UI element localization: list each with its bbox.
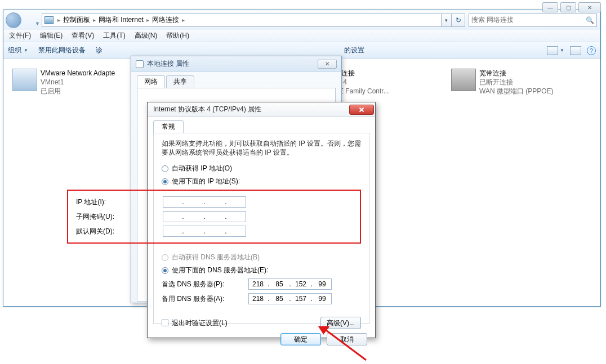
dns2-input[interactable]: 218. 85. 157. 99 [248, 293, 332, 304]
breadcrumb-seg-connections[interactable]: 网络连接 [151, 15, 180, 25]
chevron-down-icon: ▼ [24, 48, 28, 53]
dns2-field-label: 备用 DNS 服务器(A): [162, 294, 248, 304]
netitem-line3: BE Family Contr... [335, 87, 389, 96]
search-icon: 🔍 [586, 16, 594, 24]
ipv4-properties-dialog: Internet 协议版本 4 (TCP/IPv4) 属性 常规 如果网络支持此… [147, 102, 376, 338]
toolbar-organize[interactable]: 组织▼ [8, 46, 28, 55]
ip-field-label: IP 地址(I): [76, 197, 163, 207]
radio-manual-dns[interactable] [162, 267, 168, 274]
toolbar-settings-partial[interactable]: 的设置 [344, 46, 364, 55]
menu-edit[interactable]: 编辑(E) [40, 31, 63, 41]
search-placeholder: 搜索 网络连接 [471, 15, 514, 25]
netitem-line2: 络 4 [335, 78, 389, 87]
toolbar-disable-device[interactable]: 禁用此网络设备 [38, 46, 86, 55]
ipv4-description: 如果网络支持此功能，则可以获取自动指派的 IP 设置。否则，您需要从网络系统管理… [162, 139, 361, 157]
plug-icon [136, 60, 144, 68]
close-button[interactable]: ✕ [578, 2, 601, 12]
tab-general[interactable]: 常规 [153, 120, 184, 133]
dialog-titlebar[interactable]: 本地连接 属性 ✕ [131, 56, 341, 72]
breadcrumb-arrow-icon: ▸ [145, 17, 151, 23]
menubar: 文件(F) 编辑(E) 查看(V) 工具(T) 高级(N) 帮助(H) [3, 30, 600, 42]
control-panel-icon [44, 16, 54, 24]
maximize-button[interactable]: ▢ [560, 2, 576, 12]
dialog-panel: 如果网络支持此功能，则可以获取自动指派的 IP 设置。否则，您需要从网络系统管理… [153, 133, 369, 324]
mask-field-label: 子网掩码(U): [76, 212, 163, 222]
dialog-titlebar[interactable]: Internet 协议版本 4 (TCP/IPv4) 属性 [148, 102, 375, 117]
dialog-close-button[interactable]: ✕ [318, 60, 337, 69]
dialog-title: Internet 协议版本 4 (TCP/IPv4) 属性 [153, 105, 261, 114]
netitem-line2: VMnet1 [41, 78, 115, 87]
minimize-button[interactable]: — [542, 2, 558, 12]
menu-advanced[interactable]: 高级(N) [135, 31, 158, 41]
breadcrumb-arrow-icon: ▸ [56, 17, 62, 23]
netitem-wan[interactable]: 宽带连接 已断开连接 WAN 微型端口 (PPPOE) [451, 69, 598, 96]
refresh-button[interactable]: ↻ [452, 14, 465, 27]
svg-line-0 [324, 329, 366, 360]
address-bar[interactable]: ▸ 控制面板 ▸ 网络和 Internet ▸ 网络连接 ▸ [42, 14, 442, 27]
radio-auto-dns-label: 自动获得 DNS 服务器地址(B) [172, 253, 260, 262]
help-icon[interactable]: ? [587, 46, 596, 55]
network-adapter-icon [12, 69, 37, 91]
radio-auto-ip[interactable] [162, 165, 168, 172]
checkbox-validate-label: 退出时验证设置(L) [172, 318, 228, 328]
dns1-input[interactable]: 218. 85. 152. 99 [248, 278, 332, 290]
tab-network[interactable]: 网络 [137, 75, 165, 88]
toolbar-organize-label: 组织 [8, 46, 21, 55]
menu-view[interactable]: 查看(V) [72, 31, 94, 41]
search-input[interactable]: 搜索 网络连接 🔍 [469, 14, 597, 27]
dns1-field-label: 首选 DNS 服务器(P): [162, 280, 248, 289]
view-mode-button[interactable] [547, 46, 558, 55]
highlight-ip-fields: IP 地址(I): ... 子网掩码(U): ... 默认网关(D): ... [67, 190, 361, 244]
menu-file[interactable]: 文件(F) [9, 31, 31, 41]
ip-address-input[interactable]: ... [163, 196, 246, 208]
menu-help[interactable]: 帮助(H) [166, 31, 189, 41]
breadcrumb-arrow-icon: ▸ [91, 17, 97, 23]
annotation-arrow-icon [313, 326, 380, 364]
dialog-close-button[interactable] [349, 105, 374, 115]
netitem-line2: 已断开连接 [479, 78, 554, 87]
nav-back-button[interactable] [6, 12, 21, 28]
radio-auto-dns [162, 254, 168, 261]
dialog-title: 本地连接 属性 [147, 59, 189, 69]
radio-auto-ip-label: 自动获得 IP 地址(O) [172, 164, 232, 173]
menu-tools[interactable]: 工具(T) [103, 31, 125, 41]
network-adapter-icon [451, 69, 476, 91]
subnet-mask-input[interactable]: ... [163, 211, 246, 222]
netitem-line3: WAN 微型端口 (PPPOE) [479, 87, 554, 96]
breadcrumb-seg-control-panel[interactable]: 控制面板 [62, 15, 91, 25]
toolbar-diagnose-partial[interactable]: 诊 [96, 46, 103, 55]
netitem-name: VMware Network Adapte [41, 69, 115, 78]
gateway-input[interactable]: ... [163, 226, 246, 237]
tab-sharing[interactable]: 共享 [166, 75, 194, 88]
radio-manual-ip[interactable] [162, 178, 168, 185]
radio-manual-ip-label: 使用下面的 IP 地址(S): [172, 177, 240, 186]
address-row: ▼ ▸ 控制面板 ▸ 网络和 Internet ▸ 网络连接 ▸ ▾ ↻ 搜索 … [3, 10, 600, 30]
preview-pane-button[interactable] [570, 46, 581, 55]
breadcrumb-arrow-icon: ▸ [180, 17, 186, 23]
radio-manual-dns-label: 使用下面的 DNS 服务器地址(E): [172, 266, 268, 275]
netitem-line3: 已启用 [41, 87, 115, 96]
netitem-name: 宽带连接 [479, 69, 554, 78]
nav-history-dropdown[interactable]: ▼ [35, 21, 40, 26]
netitem-name: 地连接 [335, 69, 389, 78]
address-dropdown-button[interactable]: ▾ [442, 14, 452, 27]
chevron-down-icon[interactable]: ▼ [560, 48, 564, 53]
gateway-field-label: 默认网关(D): [76, 227, 163, 236]
breadcrumb-seg-network[interactable]: 网络和 Internet [97, 15, 145, 25]
checkbox-validate-on-exit[interactable] [162, 320, 168, 326]
netitem-lan-partial[interactable]: 地连接 络 4 BE Family Contr... [335, 69, 447, 96]
